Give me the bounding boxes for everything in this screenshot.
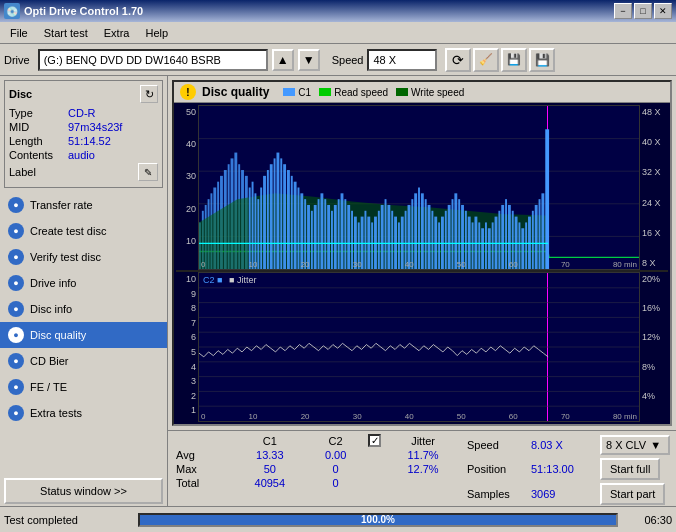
status-window-button[interactable]: Status window >> <box>4 478 163 504</box>
time-display: 06:30 <box>622 514 672 526</box>
disc-quality-panel: ! Disc quality C1 Read speed Write speed <box>172 80 672 426</box>
svg-rect-20 <box>249 188 251 270</box>
svg-rect-70 <box>414 193 417 269</box>
disc-panel: Disc ↻ Type CD-R MID 97m34s23f Length 51… <box>4 80 163 188</box>
progress-bar: 100.0% <box>138 513 618 527</box>
svg-rect-33 <box>291 176 293 269</box>
create-test-disc-label: Create test disc <box>30 225 106 237</box>
mid-label: MID <box>9 121 64 133</box>
start-full-button[interactable]: Start full <box>600 458 660 480</box>
extra-tests-icon: ● <box>8 405 24 421</box>
drive-down-button[interactable]: ▼ <box>298 49 320 71</box>
contents-label: Contents <box>9 149 64 161</box>
chart1-y-axis-right: 48 X 40 X 32 X 24 X 16 X 8 X <box>640 105 668 270</box>
toolbar-burn-button[interactable]: 💾 <box>501 48 527 72</box>
svg-rect-107 <box>539 199 541 269</box>
label-label: Label <box>9 166 64 178</box>
start-full-label: Start full <box>610 463 650 475</box>
nav-items: ● Transfer rate ● Create test disc ● Ver… <box>0 192 167 476</box>
drive-info-icon: ● <box>8 275 24 291</box>
start-part-button[interactable]: Start part <box>600 483 665 505</box>
drive-info-label: Drive info <box>30 277 76 289</box>
minimize-button[interactable]: − <box>614 3 632 19</box>
svg-rect-109 <box>545 129 549 269</box>
sidebar-item-disc-info[interactable]: ● Disc info <box>0 296 167 322</box>
avg-c2: 0.00 <box>307 448 364 462</box>
samples-stat-value: 3069 <box>531 488 596 500</box>
menu-start-test[interactable]: Start test <box>36 25 96 41</box>
max-c2: 0 <box>307 462 364 476</box>
samples-row: Samples 3069 Start part <box>467 483 670 505</box>
mid-value: 97m34s23f <box>68 121 122 133</box>
jitter-checkbox[interactable]: ✓ <box>368 434 381 447</box>
menu-file[interactable]: File <box>2 25 36 41</box>
sidebar-item-transfer-rate[interactable]: ● Transfer rate <box>0 192 167 218</box>
svg-rect-83 <box>458 199 460 269</box>
avg-c1: 13.33 <box>232 448 307 462</box>
svg-rect-47 <box>338 199 340 269</box>
svg-rect-81 <box>452 199 454 269</box>
chart2-y-axis-left: 10 9 8 7 6 5 4 3 2 1 <box>176 272 198 422</box>
speed-selector[interactable]: 48 X <box>367 49 437 71</box>
svg-rect-35 <box>298 188 300 270</box>
chart1-plot: 01020304050607080 min <box>198 105 640 270</box>
sidebar-item-drive-info[interactable]: ● Drive info <box>0 270 167 296</box>
svg-rect-30 <box>280 158 282 269</box>
label-edit-button[interactable]: ✎ <box>138 163 158 181</box>
svg-rect-37 <box>304 199 306 269</box>
stats-bar: C1 C2 ✓ Jitter Avg 13.33 0.00 <box>168 430 676 506</box>
sidebar-item-fe-te[interactable]: ● FE / TE <box>0 374 167 400</box>
progress-bar-text: 100.0% <box>140 515 616 525</box>
svg-rect-28 <box>274 158 276 269</box>
toolbar-save-button[interactable]: 💾 <box>529 48 555 72</box>
svg-rect-72 <box>421 193 424 269</box>
speed-stat-value: 8.03 X <box>531 439 596 451</box>
sidebar-item-extra-tests[interactable]: ● Extra tests <box>0 400 167 426</box>
svg-rect-22 <box>254 193 256 269</box>
create-test-disc-icon: ● <box>8 223 24 239</box>
speed-mode-dropdown[interactable]: 8 X CLV ▼ <box>600 435 670 455</box>
toolbar-erase-button[interactable]: 🧹 <box>473 48 499 72</box>
read-speed-legend-label: Read speed <box>334 87 388 98</box>
svg-rect-73 <box>425 199 427 269</box>
contents-value: audio <box>68 149 95 161</box>
disc-quality-icon: ● <box>8 327 24 343</box>
sidebar-item-cd-bier[interactable]: ● CD Bier <box>0 348 167 374</box>
transfer-rate-label: Transfer rate <box>30 199 93 211</box>
toolbar-spin-button[interactable]: ⟳ <box>445 48 471 72</box>
disc-info-label: Disc info <box>30 303 72 315</box>
app-title: Opti Drive Control 1.70 <box>24 5 143 17</box>
svg-rect-27 <box>270 164 273 269</box>
chart-legend: C1 Read speed Write speed <box>283 87 464 98</box>
maximize-button[interactable]: □ <box>634 3 652 19</box>
fe-te-icon: ● <box>8 379 24 395</box>
length-label: Length <box>9 135 64 147</box>
sidebar-item-disc-quality[interactable]: ● Disc quality <box>0 322 167 348</box>
transfer-rate-icon: ● <box>8 197 24 213</box>
drive-selector[interactable]: (G:) BENQ DVD DD DW1640 BSRB <box>38 49 268 71</box>
close-button[interactable]: ✕ <box>654 3 672 19</box>
write-speed-legend-color <box>396 88 408 96</box>
svg-rect-41 <box>318 199 320 269</box>
type-value: CD-R <box>68 107 96 119</box>
max-row-label: Max <box>172 462 232 476</box>
menu-extra[interactable]: Extra <box>96 25 138 41</box>
type-label: Type <box>9 107 64 119</box>
svg-rect-23 <box>257 199 259 269</box>
samples-stat-label: Samples <box>467 488 527 500</box>
svg-rect-31 <box>283 164 286 269</box>
drive-up-button[interactable]: ▲ <box>272 49 294 71</box>
sidebar-item-create-test-disc[interactable]: ● Create test disc <box>0 218 167 244</box>
disc-info-icon: ● <box>8 301 24 317</box>
svg-rect-43 <box>324 199 326 269</box>
disc-refresh-button[interactable]: ↻ <box>140 85 158 103</box>
c1-header: C1 <box>232 433 307 448</box>
menu-help[interactable]: Help <box>137 25 176 41</box>
speed-stat-label: Speed <box>467 439 527 451</box>
verify-test-disc-label: Verify test disc <box>30 251 101 263</box>
avg-jitter: 11.7% <box>385 448 461 462</box>
svg-rect-32 <box>287 170 290 269</box>
statusbar: Test completed 100.0% 06:30 <box>0 506 676 532</box>
max-jitter: 12.7% <box>385 462 461 476</box>
sidebar-item-verify-test-disc[interactable]: ● Verify test disc <box>0 244 167 270</box>
